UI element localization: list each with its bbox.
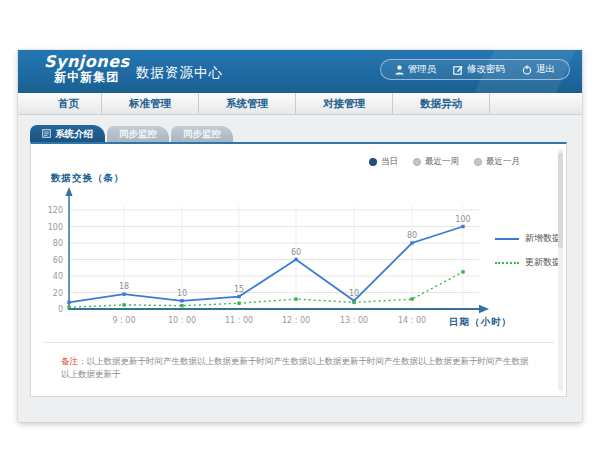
tab-label: 同步监控 xyxy=(119,128,157,141)
svg-text:60: 60 xyxy=(53,256,63,265)
logout-label: 退出 xyxy=(536,63,555,76)
range-label: 最近一周 xyxy=(425,156,459,168)
tab-label: 同步监控 xyxy=(183,128,221,141)
radio-unselected-icon xyxy=(474,158,482,166)
line-chart: 0204060801001209 : 0010 : 0011 : 0012 : … xyxy=(31,184,551,334)
nav-item-interface-mgmt[interactable]: 对接管理 xyxy=(296,93,393,114)
document-icon xyxy=(42,129,51,140)
note-divider xyxy=(43,342,554,343)
user-label: 管理员 xyxy=(408,63,437,76)
svg-text:100: 100 xyxy=(455,215,470,224)
user-toolbar: 管理员 修改密码 退出 xyxy=(380,59,571,80)
tab-system-intro[interactable]: 系统介绍 xyxy=(30,125,105,143)
range-option-last-week[interactable]: 最近一周 xyxy=(413,156,459,168)
nav-item-data-change[interactable]: 数据异动 xyxy=(393,93,490,114)
range-option-last-month[interactable]: 最近一月 xyxy=(474,156,520,168)
svg-text:10: 10 xyxy=(349,289,359,298)
blue-line-sample xyxy=(495,238,519,240)
svg-text:120: 120 xyxy=(48,206,63,215)
svg-text:日期（小时）: 日期（小时） xyxy=(449,316,512,328)
svg-text:80: 80 xyxy=(53,239,63,248)
logo-text-en: Synjones xyxy=(44,54,130,71)
footnote-prefix: 备注 xyxy=(61,356,78,366)
legend-label: 新增数据 xyxy=(525,232,561,245)
edit-icon xyxy=(453,65,463,75)
svg-text:60: 60 xyxy=(291,248,301,257)
chart-legend: 新增数据 更新数据 xyxy=(495,232,561,280)
current-user[interactable]: 管理员 xyxy=(395,63,437,76)
nav-item-system-mgmt[interactable]: 系统管理 xyxy=(199,93,296,114)
nav-item-standard-mgmt[interactable]: 标准管理 xyxy=(102,93,199,114)
logout-button[interactable]: 退出 xyxy=(522,63,555,76)
panel-scrollbar[interactable] xyxy=(558,149,563,391)
legend-item-update-data: 更新数据 xyxy=(495,256,561,269)
svg-text:18: 18 xyxy=(119,282,129,291)
svg-text:10: 10 xyxy=(177,289,187,298)
app-window: Synjones 新中新集团 数据资源中心 管理员 修改密码 退出 xyxy=(18,50,582,422)
change-password-button[interactable]: 修改密码 xyxy=(453,63,505,76)
svg-text:40: 40 xyxy=(53,272,63,281)
chart-panel: 当日 最近一周 最近一月 数据交换（条） 0204060801001209 : … xyxy=(30,142,567,397)
green-line-sample xyxy=(495,262,519,264)
nav-item-home[interactable]: 首页 xyxy=(36,93,102,114)
legend-label: 更新数据 xyxy=(525,256,561,269)
change-password-label: 修改密码 xyxy=(467,63,505,76)
logo-text-cn: 新中新集团 xyxy=(44,71,130,84)
range-label: 最近一月 xyxy=(486,156,520,168)
radio-unselected-icon xyxy=(413,158,421,166)
svg-text:20: 20 xyxy=(53,289,63,298)
svg-text:13 : 00: 13 : 00 xyxy=(340,316,368,325)
header: Synjones 新中新集团 数据资源中心 管理员 修改密码 退出 xyxy=(18,50,582,93)
svg-text:9 : 00: 9 : 00 xyxy=(112,316,135,325)
tab-sync-monitor-2[interactable]: 同步监控 xyxy=(171,126,233,143)
power-icon xyxy=(522,65,532,75)
footnote: 备注：以上数据更新于时间产生数据以上数据更新于时间产生数据以上数据更新于时间产生… xyxy=(61,355,536,381)
legend-item-new-data: 新增数据 xyxy=(495,232,561,245)
time-range-group: 当日 最近一周 最近一月 xyxy=(369,156,520,168)
page-title: 数据资源中心 xyxy=(136,64,223,82)
scrollbar-thumb[interactable] xyxy=(558,153,563,248)
tab-bar: 系统介绍 同步监控 同步监控 xyxy=(30,125,235,143)
company-logo: Synjones 新中新集团 xyxy=(44,54,130,83)
svg-text:15: 15 xyxy=(234,285,244,294)
svg-text:80: 80 xyxy=(407,231,417,240)
range-label: 当日 xyxy=(381,156,398,168)
tab-label: 系统介绍 xyxy=(55,128,93,141)
radio-selected-icon xyxy=(369,158,377,166)
svg-text:0: 0 xyxy=(58,305,63,314)
svg-text:10 : 00: 10 : 00 xyxy=(168,316,196,325)
svg-text:12 : 00: 12 : 00 xyxy=(282,316,310,325)
svg-text:11 : 00: 11 : 00 xyxy=(225,316,253,325)
user-icon xyxy=(395,65,404,75)
main-nav: 首页 标准管理 系统管理 对接管理 数据异动 xyxy=(18,93,582,115)
tab-sync-monitor-1[interactable]: 同步监控 xyxy=(107,126,169,143)
range-option-today[interactable]: 当日 xyxy=(369,156,398,168)
svg-text:14 : 00: 14 : 00 xyxy=(398,316,426,325)
svg-text:100: 100 xyxy=(48,223,63,232)
footnote-text: ：以上数据更新于时间产生数据以上数据更新于时间产生数据以上数据更新于时间产生数据… xyxy=(61,356,529,379)
